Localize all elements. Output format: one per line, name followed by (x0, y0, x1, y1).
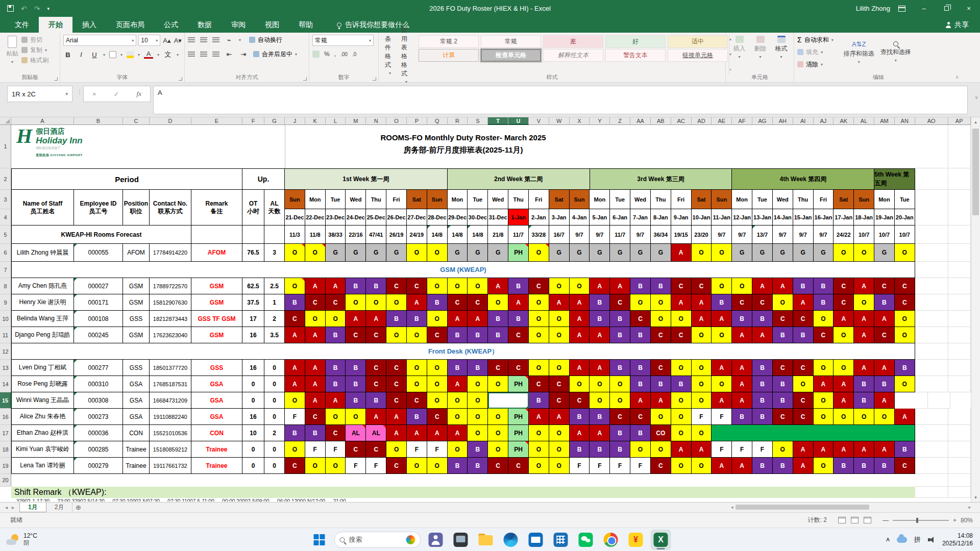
contact-cell[interactable]: 19110882240 (150, 409, 191, 425)
italic-icon[interactable]: I (77, 51, 86, 59)
forecast-cell[interactable]: 10/7 (874, 226, 895, 244)
shift-cell[interactable]: B (326, 327, 346, 343)
shift-cell[interactable]: O (386, 327, 407, 343)
column-header-N[interactable]: N (366, 117, 386, 125)
al-cell[interactable]: 2.5 (264, 278, 285, 294)
format-cells-button[interactable]: 格式▾ (772, 35, 791, 60)
row-header-12[interactable]: 12 (0, 343, 11, 360)
ot-cell[interactable]: 16 (242, 327, 264, 343)
shift-cell[interactable]: O (549, 441, 570, 458)
shift-cell[interactable]: O (814, 311, 834, 327)
shift-cell[interactable]: A (590, 327, 610, 343)
sheet-tab-1月[interactable]: 1月 (19, 503, 46, 512)
shift-cell[interactable]: C (448, 294, 468, 311)
shift-cell[interactable]: G (610, 244, 630, 262)
shift-cell[interactable]: F (366, 458, 386, 474)
shift-cell[interactable]: B (570, 441, 590, 458)
shift-cell[interactable]: F (570, 458, 590, 474)
shift-cell[interactable]: PH (508, 409, 529, 425)
shift-cell[interactable]: AL (346, 425, 366, 441)
shift-cell[interactable]: B (752, 311, 773, 327)
shift-cell[interactable]: O (630, 294, 651, 311)
shift-cell[interactable]: A (570, 360, 590, 376)
column-header-G[interactable]: G (264, 117, 285, 125)
date-cell[interactable]: 24-Dec (346, 209, 366, 226)
tab-开始[interactable]: 开始 (39, 17, 72, 33)
shift-cell[interactable]: B (529, 392, 549, 409)
forecast-cell[interactable]: 33/28 (529, 226, 549, 244)
tab-审阅[interactable]: 审阅 (222, 17, 255, 33)
shift-cell[interactable]: O (854, 294, 874, 311)
al-cell[interactable]: 3.5 (264, 327, 285, 343)
ot-cell[interactable]: 17 (242, 311, 264, 327)
shift-cell[interactable]: A (570, 294, 590, 311)
shift-cell[interactable]: A (366, 409, 386, 425)
shift-cell[interactable]: C (874, 327, 895, 343)
position-cell[interactable]: GSA (123, 376, 150, 392)
row-header-11[interactable]: 11 (0, 327, 11, 343)
column-header-Q[interactable]: Q (427, 117, 448, 125)
cell-style-计算[interactable]: 计算 (419, 49, 479, 62)
shift-cell[interactable]: C (508, 458, 529, 474)
column-header-AH[interactable]: AH (773, 117, 793, 125)
day-name-cell[interactable]: Wed (346, 190, 366, 209)
shift-cell[interactable]: O (448, 392, 468, 409)
forecast-cell[interactable]: 9/7 (590, 226, 610, 244)
undo-icon[interactable]: ↶ (21, 5, 27, 13)
shift-cell[interactable]: B (773, 327, 793, 343)
shift-cell[interactable]: B (671, 376, 692, 392)
column-header-W[interactable]: W (549, 117, 570, 125)
shift-cell[interactable]: B (752, 376, 773, 392)
remark-cell[interactable]: Trainee (191, 441, 242, 458)
shift-cell[interactable]: A (712, 458, 732, 474)
shift-cell[interactable]: O (448, 278, 468, 294)
position-cell[interactable]: AFOM (123, 244, 150, 262)
row-header-16[interactable]: 16 (0, 409, 11, 425)
ot-cell[interactable]: 76.5 (242, 244, 264, 262)
forecast-cell[interactable]: 16/7 (549, 226, 570, 244)
shift-cell[interactable]: B (326, 360, 346, 376)
shift-cell[interactable]: G (874, 244, 895, 262)
shift-cell[interactable]: C (285, 458, 305, 474)
column-header-AP[interactable]: AP (948, 117, 971, 125)
staff-name-cell[interactable]: Alice Zhu 朱春艳 (11, 409, 74, 425)
forecast-cell[interactable]: 11/7 (508, 226, 529, 244)
shift-cell[interactable]: A (386, 409, 407, 425)
shift-cell[interactable]: B (468, 360, 488, 376)
shift-cell[interactable]: A (854, 360, 874, 376)
shift-cell[interactable]: B (488, 311, 508, 327)
contact-cell[interactable]: 17623623040 (150, 327, 191, 343)
shift-cell[interactable]: B (814, 278, 834, 294)
shift-cell[interactable]: O (692, 244, 712, 262)
sheet-tab-2月[interactable]: 2月 (46, 503, 73, 512)
day-name-cell[interactable]: Tue (326, 190, 346, 209)
data-validation-dropdown[interactable] (504, 408, 517, 409)
day-name-cell[interactable]: Fri (386, 190, 407, 209)
shift-cell[interactable]: A (671, 441, 692, 458)
shift-cell[interactable]: A (549, 409, 570, 425)
column-header-AJ[interactable]: AJ (814, 117, 834, 125)
shift-cell[interactable]: O (529, 441, 549, 458)
staff-name-cell[interactable]: Lven Ding 丁相斌 (11, 360, 74, 376)
shift-cell[interactable]: C (692, 278, 712, 294)
tray-chevron-icon[interactable]: ˄ (886, 536, 890, 543)
shift-cell[interactable]: O (692, 458, 712, 474)
shift-cell[interactable]: O (305, 244, 326, 262)
forecast-cell[interactable]: 21/8 (488, 226, 508, 244)
close-button[interactable]: × (958, 0, 980, 17)
cell-style-差[interactable]: 差 (543, 35, 603, 48)
shift-cell[interactable]: A (834, 311, 854, 327)
week-header-2[interactable]: 2nd Week 第二周 (448, 168, 590, 190)
shift-cell[interactable]: G (752, 244, 773, 262)
row-header-15[interactable]: 15 (0, 392, 11, 409)
shift-cell[interactable]: O (651, 441, 671, 458)
ot-cell[interactable]: 10 (242, 425, 264, 441)
row-header-4[interactable]: 4 (0, 209, 11, 226)
shift-cell[interactable]: A (305, 360, 326, 376)
column-header-R[interactable]: R (448, 117, 468, 125)
shift-cell[interactable]: O (529, 458, 549, 474)
position-cell[interactable]: GSS (123, 360, 150, 376)
shift-cell[interactable]: A (468, 311, 488, 327)
shift-cell[interactable]: O (346, 294, 366, 311)
shift-cell[interactable]: O (834, 409, 854, 425)
